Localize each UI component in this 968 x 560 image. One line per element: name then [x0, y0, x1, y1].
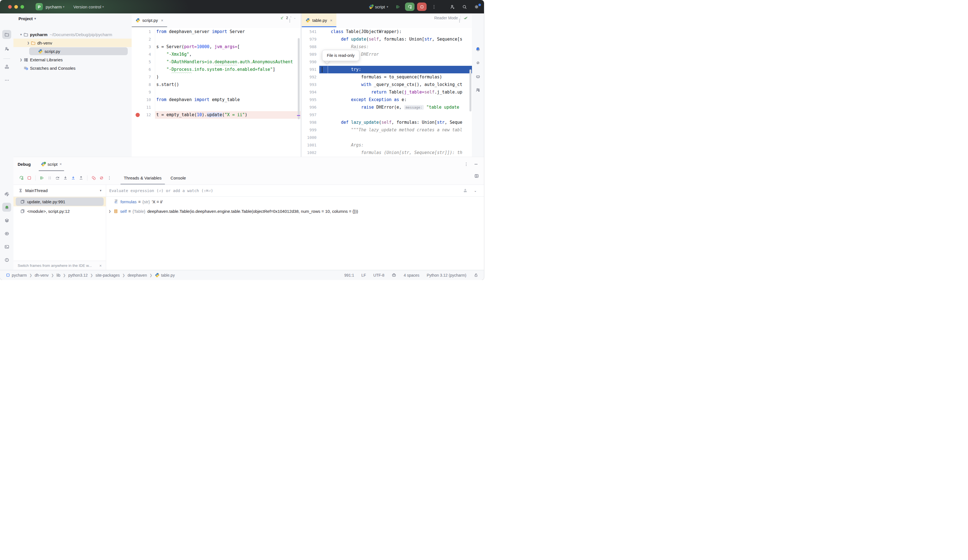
tool-window-ai-assistant[interactable]	[473, 58, 482, 67]
line-number[interactable]: 541	[302, 28, 319, 36]
add-watch-icon[interactable]	[463, 188, 468, 193]
line-number[interactable]: 998	[302, 119, 319, 126]
tree-item-external-libraries[interactable]: ❯External Libraries	[13, 55, 132, 64]
rerun-debug-button[interactable]	[405, 3, 414, 11]
code-editor-table[interactable]: 541class Table(JObjectWrapper):979 def u…	[302, 28, 472, 157]
status-caret-position[interactable]: 991:1	[344, 273, 354, 277]
line-number[interactable]: 8	[132, 81, 155, 88]
inspections-widget[interactable]: 2 ⌃ ⌄	[280, 15, 296, 20]
prev-problem-icon[interactable]: ⌃	[290, 16, 292, 20]
tool-window-copilot-chat[interactable]	[473, 85, 482, 94]
resume-button[interactable]	[38, 174, 46, 182]
settings-button[interactable]	[472, 3, 481, 11]
line-number[interactable]: 12	[132, 111, 155, 119]
tab-console[interactable]: Console	[166, 171, 191, 184]
tree-item-script-py[interactable]: script.py	[13, 47, 132, 55]
breadcrumb-lib[interactable]: lib	[56, 273, 61, 277]
line-number[interactable]: 6	[132, 66, 155, 73]
breadcrumb-dh-venv[interactable]: dh-venv	[35, 273, 49, 277]
vcs-menu[interactable]: Version control	[73, 5, 101, 9]
project-menu[interactable]: pycharm	[46, 5, 62, 9]
line-number[interactable]: 996	[302, 104, 319, 111]
status-interpreter[interactable]: Python 3.12 (pycharm)	[427, 273, 466, 277]
line-number[interactable]: 995	[302, 96, 319, 104]
line-number[interactable]: 992	[302, 73, 319, 81]
breadcrumb-pycharm[interactable]: pycharm	[6, 273, 27, 277]
line-number[interactable]: 989	[302, 51, 319, 58]
scrollbar-right-editor[interactable]	[469, 70, 471, 111]
close-tab-icon[interactable]: ×	[330, 18, 333, 23]
variable-formulas[interactable]: 1001formulas={str}'X = ii'	[106, 197, 484, 206]
breadcrumb-site-packages[interactable]: site-packages	[96, 273, 119, 277]
layout-settings-icon[interactable]	[474, 174, 479, 178]
reader-mode-widget[interactable]: Reader Mode	[434, 15, 468, 20]
search-everywhere-button[interactable]	[460, 3, 469, 11]
line-number[interactable]: 993	[302, 81, 319, 88]
line-number[interactable]: 994	[302, 88, 319, 96]
tree-item-dh-venv[interactable]: ❯dh-venv	[13, 39, 132, 47]
tool-window-debug[interactable]	[2, 203, 11, 212]
tool-window-copilot[interactable]	[473, 72, 482, 81]
minimize-window-button[interactable]	[14, 5, 18, 9]
line-number[interactable]: 5	[132, 58, 155, 66]
tool-window-structure[interactable]	[2, 62, 11, 71]
tab-threads-variables[interactable]: Threads & Variables	[119, 171, 166, 184]
zoom-window-button[interactable]	[20, 5, 24, 9]
step-into-button[interactable]	[61, 174, 69, 182]
variable-self[interactable]: ❯self={Table}deephaven.table.Table(io.de…	[106, 206, 484, 216]
line-number[interactable]: 1	[132, 28, 155, 36]
tool-window-services[interactable]	[2, 216, 11, 225]
status-line-ending[interactable]: LF	[361, 273, 366, 277]
status-encoding[interactable]: UTF-8	[373, 273, 385, 277]
debug-session-tab[interactable]: script ×	[37, 157, 66, 171]
next-problem-icon[interactable]: ⌄	[293, 16, 296, 20]
tool-window-notifications[interactable]	[473, 45, 482, 53]
line-number[interactable]: 1002	[302, 149, 319, 157]
force-step-into-button[interactable]	[69, 174, 77, 182]
stop-o-button[interactable]	[25, 174, 33, 182]
line-number[interactable]: 1000	[302, 134, 319, 141]
line-number[interactable]: 999	[302, 126, 319, 134]
tab-table-py[interactable]: table.py ×	[302, 13, 336, 27]
tool-window-python-packages[interactable]	[2, 190, 11, 199]
tree-item-scratches-and-consoles[interactable]: Scratches and Consoles	[13, 64, 132, 72]
line-number[interactable]: 1001	[302, 141, 319, 149]
hide-panel-icon[interactable]	[474, 162, 478, 167]
tool-window-project[interactable]	[2, 30, 11, 39]
chevron-right-icon[interactable]: ❯	[18, 58, 23, 61]
close-hint-icon[interactable]: ×	[99, 263, 102, 268]
tool-window-problems[interactable]	[2, 255, 11, 264]
stop-button[interactable]	[417, 3, 427, 11]
tool-window-run[interactable]	[2, 229, 11, 238]
tool-window-learn[interactable]: ?	[2, 44, 11, 53]
breadcrumb-table-py[interactable]: table.py	[155, 273, 175, 277]
close-tab-icon[interactable]: ×	[161, 18, 163, 23]
breadcrumb-deephaven[interactable]: deephaven	[128, 273, 147, 277]
expand-chevron-icon[interactable]: ❯	[106, 210, 113, 213]
line-number[interactable]: 2	[132, 36, 155, 43]
run-config-selector[interactable]: script▾	[369, 5, 388, 9]
view-breakpoints-button[interactable]	[90, 174, 98, 182]
line-number[interactable]: 4	[132, 51, 155, 58]
tab-script-py[interactable]: script.py ×	[132, 13, 167, 27]
scrollbar-left-editor[interactable]	[298, 38, 300, 119]
line-number[interactable]: 9	[132, 88, 155, 96]
stack-frame[interactable]: update, table.py:991	[13, 197, 106, 206]
line-number[interactable]: 7	[132, 73, 155, 81]
step-over-button[interactable]	[53, 174, 61, 182]
thread-selector[interactable]: MainThread ▾	[13, 185, 106, 197]
kebab-button[interactable]	[105, 174, 113, 182]
pause-button[interactable]	[46, 174, 53, 182]
project-panel-header[interactable]: Project ▾	[18, 16, 39, 21]
chevron-right-icon[interactable]: ❯	[26, 41, 31, 45]
line-number[interactable]: 3	[132, 43, 155, 51]
status-read-only-toggle[interactable]	[474, 273, 478, 277]
code-editor-script[interactable]: 1from deephaven_server import Server23s …	[132, 28, 300, 157]
resume-program-button[interactable]	[393, 3, 403, 11]
line-number[interactable]: 979	[302, 36, 319, 43]
debug-options-kebab-icon[interactable]	[464, 162, 469, 167]
breadcrumb-python3-12[interactable]: python3.12	[68, 273, 88, 277]
tree-item-pycharm[interactable]: ▾pycharm~/Documents/Debug/pip/pycharm	[13, 30, 132, 39]
line-number[interactable]: 10	[132, 96, 155, 104]
mute-breakpoints-button[interactable]	[98, 174, 105, 182]
